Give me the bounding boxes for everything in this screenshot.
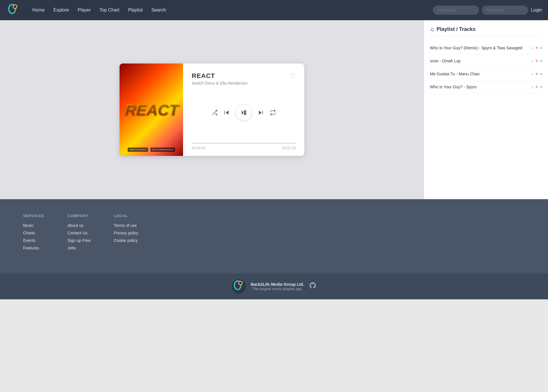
footer-contact-link[interactable]: Contact Us [68,231,91,235]
logo-area[interactable] [6,3,21,18]
progress-bar-track[interactable] [192,143,296,144]
password-input[interactable] [482,5,528,15]
svg-marker-7 [226,111,228,115]
repeat-icon [270,109,276,116]
footer-bottom-text: Back2Life Media Group Ltd. The largest m… [251,282,304,291]
footer-privacy-link[interactable]: Privacy policy [114,231,139,235]
nav-playlist[interactable]: Playlist [128,8,143,13]
track-remove-btn-4[interactable]: ✕ [535,85,538,89]
prev-button[interactable] [223,109,230,116]
tagline: The largest music playlist app. [252,287,303,291]
artist-logo-2: ELLA HENDERSON [150,148,175,152]
time-total: 00:01:29 [282,146,296,150]
track-title: REACT [192,72,247,80]
nav-search[interactable]: Search [151,8,166,13]
track-menu-btn-3[interactable]: ≡ [540,72,542,76]
footer-company: COMPANY About us Contact Us Sign up Free… [68,214,91,253]
footer-cookie-link[interactable]: Cookie policy [114,238,139,243]
player-controls: REACT Switch Disco & Ella Henderson ♡ [183,64,304,156]
playlist-section: ♫ Playlist / Tracks Who Is Your Guy? (Re… [424,20,548,199]
track-actions-4: ♪ ✕ ≡ [532,85,542,89]
services-heading: SERVICES [23,214,44,218]
track-menu-btn-2[interactable]: ≡ [540,59,542,63]
username-input[interactable] [433,5,479,15]
artist-logo-1: SWITCH DISCO [128,148,148,152]
footer-columns-container: SERVICES Music Charts Events Features CO… [0,199,548,273]
nav-top-chart[interactable]: Top Chart [99,8,119,13]
company-name: Back2Life Media Group Ltd. [251,282,304,287]
track-item[interactable]: soso - Omah Lay ♪ ✕ ≡ [430,55,542,68]
track-name-1: Who Is Your Guy? (Remix) - Spyro & Tiwa … [430,46,532,50]
footer-legal: LEGAL Terms of use Privacy policy Cookie… [114,214,139,253]
track-item[interactable]: Who Is Your Guy? (Remix) - Spyro & Tiwa … [430,42,542,55]
footer-logo-icon [232,279,246,294]
heart-icon[interactable]: ♡ [290,72,296,80]
repeat-button[interactable] [270,109,276,116]
controls-row [192,104,296,121]
footer: SERVICES Music Charts Events Features CO… [0,199,548,299]
track-menu-btn-4[interactable]: ≡ [540,85,542,89]
shuffle-button[interactable] [211,109,218,116]
time-current: 00:00:00 [192,146,205,150]
track-menu-btn-1[interactable]: ≡ [540,46,542,50]
next-icon [258,109,264,116]
track-name-2: soso - Omah Lay [430,59,532,63]
track-artist: Switch Disco & Ella Henderson [192,81,247,85]
track-item[interactable]: Me Gustas Tu - Manu Chao ♪ ✕ ≡ [430,68,542,81]
next-button[interactable] [258,109,264,116]
github-icon[interactable] [309,282,316,291]
play-pause-icon [241,109,247,116]
svg-rect-11 [245,110,246,115]
artist-logos: SWITCH DISCO ELLA HENDERSON [120,148,183,152]
track-actions-1: ♪ ✕ ≡ [532,46,542,50]
nav-links: Home Explore Player Top Chart Playlist S… [32,8,427,13]
footer-charts-link[interactable]: Charts [23,231,44,235]
footer-jobs-link[interactable]: Jobs [68,246,91,250]
footer-terms-link[interactable]: Terms of use [114,223,139,228]
time-labels: 00:00:00 00:01:29 [192,146,296,150]
album-art: REACT SWITCH DISCO ELLA HENDERSON [120,64,183,156]
player-section: REACT SWITCH DISCO ELLA HENDERSON REACT … [0,20,424,199]
track-actions-3: ♪ ✕ ≡ [532,72,542,76]
track-play-btn-3[interactable]: ♪ [532,72,534,76]
footer-about-link[interactable]: About us [68,223,91,228]
footer-music-link[interactable]: Music [23,223,44,228]
main-content: REACT SWITCH DISCO ELLA HENDERSON REACT … [0,20,548,199]
svg-marker-12 [259,111,262,115]
footer-features-link[interactable]: Features [23,246,44,250]
nav-player[interactable]: Player [78,8,91,13]
shuffle-icon [211,109,218,116]
track-remove-btn-2[interactable]: ✕ [535,59,538,63]
track-play-btn-1[interactable]: ♪ [532,46,534,50]
track-header: REACT Switch Disco & Ella Henderson ♡ [192,72,296,85]
progress-section: 00:00:00 00:01:29 [192,143,296,150]
footer-services: SERVICES Music Charts Events Features [23,214,44,253]
music-note-icon: ♫ [430,26,434,33]
playlist-header: ♫ Playlist / Tracks [430,26,542,36]
track-play-btn-4[interactable]: ♪ [532,85,534,89]
logo-icon [6,3,21,18]
play-pause-button[interactable] [236,104,252,121]
player-card: REACT SWITCH DISCO ELLA HENDERSON REACT … [120,64,304,156]
prev-icon [223,109,230,116]
footer-signup-link[interactable]: Sign up Free [68,238,91,243]
nav-inputs: Login [433,5,542,15]
legal-heading: LEGAL [114,214,139,218]
track-name-3: Me Gustas Tu - Manu Chao [430,72,532,76]
footer-bottom: Back2Life Media Group Ltd. The largest m… [0,273,548,299]
footer-columns: SERVICES Music Charts Events Features CO… [23,214,525,253]
nav-home[interactable]: Home [32,8,45,13]
track-name-4: Who Is Your Guy? - Spyro [430,85,532,89]
footer-events-link[interactable]: Events [23,238,44,243]
login-button[interactable]: Login [531,8,542,13]
track-remove-btn-1[interactable]: ✕ [535,46,538,50]
playlist-title: Playlist / Tracks [437,26,476,32]
track-item[interactable]: Who Is Your Guy? - Spyro ♪ ✕ ≡ [430,81,542,94]
track-info: REACT Switch Disco & Ella Henderson [192,72,247,85]
company-heading: COMPANY [68,214,91,218]
track-play-btn-2[interactable]: ♪ [532,59,534,63]
track-remove-btn-3[interactable]: ✕ [535,72,538,76]
nav-explore[interactable]: Explore [53,8,69,13]
svg-marker-9 [242,110,243,115]
navbar: Home Explore Player Top Chart Playlist S… [0,0,548,20]
